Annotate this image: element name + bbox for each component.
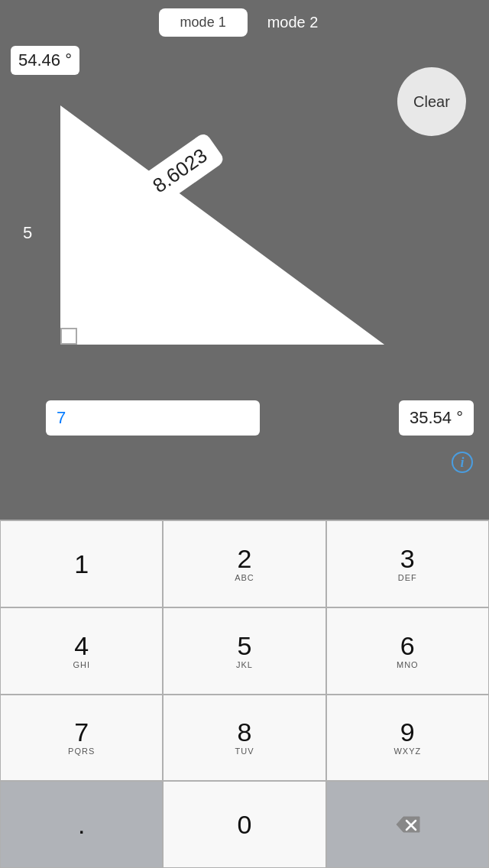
mode2-label: mode 2 <box>255 8 331 37</box>
key-3[interactable]: 3 DEF <box>326 520 489 607</box>
angle-top-label: 54.46 ° <box>11 46 79 75</box>
svg-marker-0 <box>61 107 382 344</box>
mode-bar: mode 1 mode 2 <box>0 8 489 37</box>
info-icon[interactable]: i <box>451 451 474 474</box>
key-dot[interactable]: . <box>0 781 163 868</box>
key-9[interactable]: 9 WXYZ <box>326 695 489 782</box>
key-4[interactable]: 4 GHI <box>0 607 163 695</box>
key-1[interactable]: 1 <box>0 520 163 607</box>
keyboard-area: 1 2 ABC 3 DEF 4 GHI 5 JKL 6 MNO 7 PQRS 8 <box>0 520 489 868</box>
key-7[interactable]: 7 PQRS <box>0 695 163 782</box>
triangle-area: 5 8.6023 <box>46 92 397 374</box>
key-grid: 1 2 ABC 3 DEF 4 GHI 5 JKL 6 MNO 7 PQRS 8 <box>0 520 489 868</box>
key-2[interactable]: 2 ABC <box>163 520 325 607</box>
delete-icon <box>393 814 421 835</box>
canvas-area: mode 1 mode 2 Clear 54.46 ° 5 8.6023 35.… <box>0 0 489 520</box>
svg-text:i: i <box>460 455 464 470</box>
key-0[interactable]: 0 <box>163 781 325 868</box>
triangle-svg <box>46 92 397 374</box>
key-delete[interactable] <box>326 781 489 868</box>
key-8[interactable]: 8 TUV <box>163 695 325 782</box>
angle-bottom-right-label: 35.54 ° <box>399 400 474 436</box>
base-input[interactable] <box>46 400 260 436</box>
side-left-label: 5 <box>23 223 32 243</box>
clear-button[interactable]: Clear <box>397 67 466 136</box>
bottom-input-row: 35.54 ° <box>46 400 474 436</box>
key-6[interactable]: 6 MNO <box>326 607 489 695</box>
key-5[interactable]: 5 JKL <box>163 607 325 695</box>
mode1-button[interactable]: mode 1 <box>159 8 248 37</box>
